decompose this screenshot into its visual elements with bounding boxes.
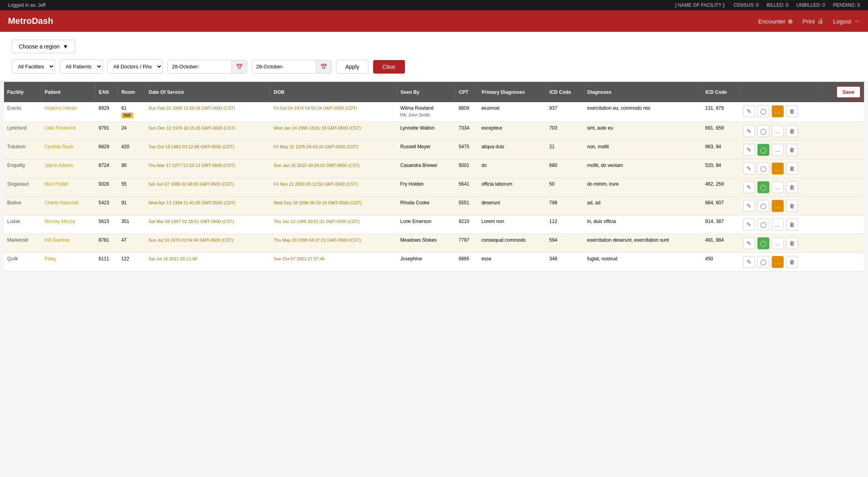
edit-button[interactable]: ✎ xyxy=(743,219,755,231)
cell-room: 122 xyxy=(118,253,145,271)
cell-actions: ✎ ◯ … 🗑 xyxy=(740,178,822,197)
cell-dob: Wed Sep 18 1996 06:33:19 GMT-0500 (CDT) xyxy=(271,197,397,215)
cell-facility: Sloganaut xyxy=(4,178,41,197)
delete-button[interactable]: 🗑 xyxy=(786,163,798,175)
print-button[interactable]: Print 🖨 xyxy=(802,17,823,25)
status-button[interactable]: ◯ xyxy=(757,200,769,212)
more-button[interactable]: … xyxy=(772,256,784,268)
edit-button[interactable]: ✎ xyxy=(743,163,755,175)
pending-stat: PENDING: 0 xyxy=(833,2,860,8)
delete-button[interactable]: 🗑 xyxy=(786,181,798,193)
logo: MetroDash xyxy=(8,16,53,26)
cell-facility: Biolive xyxy=(4,197,41,215)
calendar-from-icon[interactable]: 📅 xyxy=(232,60,247,73)
cell-patient: Jayne Adams xyxy=(41,159,95,178)
cell-room: 420 xyxy=(118,141,145,159)
delete-button[interactable]: 🗑 xyxy=(786,256,798,268)
edit-button[interactable]: ✎ xyxy=(743,144,755,156)
delete-button[interactable]: 🗑 xyxy=(786,105,798,117)
doctors-select[interactable]: All Doctors / PAs xyxy=(107,60,163,74)
status-button[interactable]: ◯ xyxy=(757,144,769,156)
edit-button[interactable]: ✎ xyxy=(743,105,755,117)
cell-icd-code: 703 xyxy=(546,122,584,141)
th-ean: EAN xyxy=(95,82,118,102)
cell-actions: ✎ ◯ … 🗑 xyxy=(740,122,822,141)
edit-button[interactable]: ✎ xyxy=(743,125,755,137)
cell-cpt: 6885 xyxy=(455,253,478,271)
more-button[interactable]: … xyxy=(772,144,784,156)
cell-primary-diagnoses: eiusmod xyxy=(478,102,546,122)
delete-button[interactable]: 🗑 xyxy=(786,219,798,231)
cell-date-of-service: Tue Oct 19 1982 03:12:08 GMT-0500 (CDT) xyxy=(145,141,271,159)
logout-icon: → xyxy=(854,17,860,25)
date-to-wrap: 📅 xyxy=(252,60,331,74)
cell-icd-code2: 691, 659 xyxy=(702,122,740,141)
cell-icd-code2: 131, 879 xyxy=(702,102,740,122)
th-dob: DOB xyxy=(271,82,397,102)
logout-button[interactable]: Logout → xyxy=(833,17,860,25)
cell-seen-by: Fry Holden xyxy=(397,178,455,197)
more-button[interactable]: … xyxy=(772,219,784,231)
status-button[interactable]: ◯ xyxy=(757,105,769,117)
region-label: Choose a region xyxy=(19,43,60,50)
cell-ean: 8724 xyxy=(95,159,118,178)
header-actions: Encounter ⊕ Print 🖨 Logout → xyxy=(758,17,860,25)
census-stat: CENSUS: 0 xyxy=(734,2,759,8)
cell-date-of-service: Wed Apr 13 1994 21:41:05 GMT-0500 (CDT) xyxy=(145,197,271,215)
more-button[interactable]: … xyxy=(772,125,784,137)
billed-stat: BILLED: 0 xyxy=(767,2,788,8)
cell-cpt: 5551 xyxy=(455,197,478,215)
delete-button[interactable]: 🗑 xyxy=(786,125,798,137)
cell-icd-code: 348 xyxy=(546,253,584,271)
status-button[interactable]: ◯ xyxy=(757,219,769,231)
delete-button[interactable]: 🗑 xyxy=(786,200,798,212)
cell-patient: Hill Gardner xyxy=(41,234,95,253)
more-button[interactable]: … xyxy=(772,181,784,193)
status-button[interactable]: ◯ xyxy=(757,181,769,193)
delete-button[interactable]: 🗑 xyxy=(786,144,798,156)
cell-ean: 8929 xyxy=(95,102,118,122)
edit-button[interactable]: ✎ xyxy=(743,256,755,268)
cell-primary-diagnoses: excepteur xyxy=(478,122,546,141)
save-button[interactable]: Save xyxy=(836,86,861,98)
status-button[interactable]: ◯ xyxy=(757,237,769,249)
more-button[interactable]: … xyxy=(772,163,784,175)
more-button[interactable]: … xyxy=(772,105,784,117)
date-from-input[interactable] xyxy=(168,60,232,73)
cell-dob: Fri Oct 04 1974 04:50:34 GMT-0500 (CDT) xyxy=(271,102,397,122)
apply-button[interactable]: Apply xyxy=(336,60,368,74)
patients-select[interactable]: All Patients xyxy=(60,60,103,74)
filters-area: Choose a region ▼ All Facilites All Pati… xyxy=(0,32,868,82)
cell-diagnoses: non, mollit xyxy=(584,141,702,159)
edit-button[interactable]: ✎ xyxy=(743,200,755,212)
cell-icd-code: 937 xyxy=(546,102,584,122)
more-button[interactable]: … xyxy=(772,200,784,212)
cell-save xyxy=(822,178,864,197)
status-button[interactable]: ◯ xyxy=(757,163,769,175)
date-to-input[interactable] xyxy=(252,60,316,73)
edit-button[interactable]: ✎ xyxy=(743,181,755,193)
th-seen-by: Seen By xyxy=(397,82,455,102)
more-button[interactable]: … xyxy=(772,237,784,249)
cell-room: 61 SNF xyxy=(118,102,145,122)
cell-facility: Enquility xyxy=(4,159,41,178)
cell-ean: 8781 xyxy=(95,234,118,253)
cell-ean: 9791 xyxy=(95,122,118,141)
region-dropdown[interactable]: Choose a region ▼ xyxy=(12,40,75,53)
calendar-to-icon[interactable]: 📅 xyxy=(316,60,331,73)
cell-cpt: 5475 xyxy=(455,141,478,159)
cell-room: 91 xyxy=(118,197,145,215)
cell-cpt: 7797 xyxy=(455,234,478,253)
edit-button[interactable]: ✎ xyxy=(743,237,755,249)
chevron-down-icon: ▼ xyxy=(63,43,68,50)
delete-button[interactable]: 🗑 xyxy=(786,237,798,249)
cell-room: 24 xyxy=(118,122,145,141)
cell-actions: ✎ ◯ … 🗑 xyxy=(740,159,822,178)
facilities-select[interactable]: All Facilites xyxy=(12,60,55,74)
encounter-button[interactable]: Encounter ⊕ xyxy=(758,17,793,25)
status-button[interactable]: ◯ xyxy=(757,125,769,137)
encounters-table: Facility Patient EAN Room Date Of Servic… xyxy=(4,82,864,271)
status-button[interactable]: ◯ xyxy=(757,256,769,268)
cell-save xyxy=(822,197,864,215)
clear-button[interactable]: Clear xyxy=(373,60,405,74)
